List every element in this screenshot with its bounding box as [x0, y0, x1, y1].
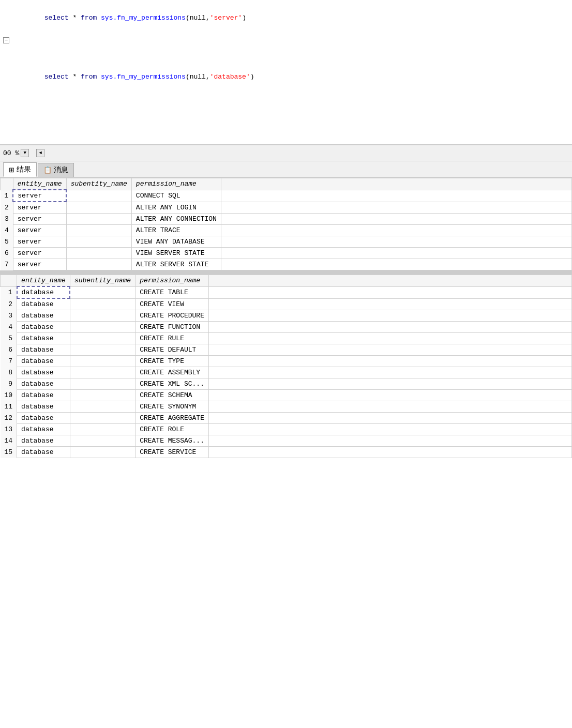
- zoom-dropdown-button[interactable]: ▼: [21, 149, 29, 157]
- table-row[interactable]: 5 database CREATE RULE: [1, 333, 572, 344]
- table-row[interactable]: 4 database CREATE FUNCTION: [1, 322, 572, 333]
- cell-entity-name[interactable]: database: [17, 367, 70, 378]
- cell-permission-name[interactable]: ALTER ANY CONNECTION: [131, 214, 221, 225]
- cell-permission-name[interactable]: CREATE DEFAULT: [136, 344, 209, 356]
- cell-entity-name[interactable]: database: [17, 401, 70, 413]
- cell-subentity-name[interactable]: [70, 435, 135, 447]
- cell-subentity-name[interactable]: [70, 333, 135, 344]
- cell-subentity-name[interactable]: [66, 214, 131, 225]
- table-row[interactable]: 5 server VIEW ANY DATABASE: [1, 236, 572, 248]
- cell-empty: [221, 202, 571, 214]
- cell-subentity-name[interactable]: [70, 286, 135, 298]
- cell-subentity-name[interactable]: [66, 236, 131, 248]
- collapse-button[interactable]: −: [3, 37, 9, 43]
- table-row[interactable]: 7 server ALTER SERVER STATE: [1, 259, 572, 270]
- cell-permission-name[interactable]: CREATE SYNONYM: [136, 401, 209, 413]
- cell-subentity-name[interactable]: [70, 390, 135, 401]
- table-row[interactable]: 7 database CREATE TYPE: [1, 356, 572, 367]
- cell-entity-name[interactable]: database: [17, 447, 70, 458]
- cell-subentity-name[interactable]: [66, 190, 131, 202]
- cell-permission-name[interactable]: VIEW ANY DATABASE: [131, 236, 221, 248]
- table-row[interactable]: 2 server ALTER ANY LOGIN: [1, 202, 572, 214]
- table-row[interactable]: 2 database CREATE VIEW: [1, 298, 572, 310]
- cell-permission-name[interactable]: CREATE SCHEMA: [136, 390, 209, 401]
- cell-subentity-name[interactable]: [70, 447, 135, 458]
- cell-subentity-name[interactable]: [66, 248, 131, 259]
- cell-permission-name[interactable]: CREATE AGGREGATE: [136, 413, 209, 424]
- cell-permission-name[interactable]: CREATE XML SC...: [136, 378, 209, 390]
- cell-entity-name[interactable]: server: [13, 202, 66, 214]
- cell-entity-name[interactable]: database: [17, 413, 70, 424]
- cell-entity-name[interactable]: server: [13, 225, 66, 236]
- cell-permission-name[interactable]: VIEW SERVER STATE: [131, 248, 221, 259]
- table-row[interactable]: 6 database CREATE DEFAULT: [1, 344, 572, 356]
- table-row[interactable]: 3 server ALTER ANY CONNECTION: [1, 214, 572, 225]
- result-set-1: entity_name subentity_name permission_na…: [0, 178, 572, 270]
- cell-subentity-name[interactable]: [70, 367, 135, 378]
- cell-entity-name[interactable]: server: [13, 236, 66, 248]
- line-content-1[interactable]: select * from sys.fn_my_permissions(null…: [18, 1, 572, 35]
- cell-entity-name[interactable]: server: [13, 190, 66, 202]
- cell-subentity-name[interactable]: [70, 298, 135, 310]
- table-row[interactable]: 9 database CREATE XML SC...: [1, 378, 572, 390]
- kw-from: from: [81, 14, 97, 22]
- cell-entity-name[interactable]: database: [17, 378, 70, 390]
- cell-permission-name[interactable]: CREATE MESSAG...: [136, 435, 209, 447]
- cell-permission-name[interactable]: ALTER SERVER STATE: [131, 259, 221, 270]
- table-row[interactable]: 4 server ALTER TRACE: [1, 225, 572, 236]
- tab-results[interactable]: ⊞ 结果: [3, 162, 37, 177]
- cell-subentity-name[interactable]: [70, 310, 135, 322]
- table-row[interactable]: 15 database CREATE SERVICE: [1, 447, 572, 458]
- cell-entity-name[interactable]: database: [17, 310, 70, 322]
- cell-entity-name[interactable]: database: [17, 333, 70, 344]
- cell-entity-name[interactable]: database: [17, 286, 70, 298]
- cell-entity-name[interactable]: server: [13, 259, 66, 270]
- cell-permission-name[interactable]: CREATE ROLE: [136, 424, 209, 435]
- cell-entity-name[interactable]: database: [17, 344, 70, 356]
- cell-permission-name[interactable]: ALTER ANY LOGIN: [131, 202, 221, 214]
- table-row[interactable]: 1 database CREATE TABLE: [1, 286, 572, 298]
- cell-subentity-name[interactable]: [70, 356, 135, 367]
- cell-subentity-name[interactable]: [70, 424, 135, 435]
- cell-permission-name[interactable]: CONNECT SQL: [131, 190, 221, 202]
- cell-permission-name[interactable]: CREATE FUNCTION: [136, 322, 209, 333]
- cell-permission-name[interactable]: CREATE ASSEMBLY: [136, 367, 209, 378]
- table-row[interactable]: 3 database CREATE PROCEDURE: [1, 310, 572, 322]
- table-row[interactable]: 11 database CREATE SYNONYM: [1, 401, 572, 413]
- table-row[interactable]: 8 database CREATE ASSEMBLY: [1, 367, 572, 378]
- cell-subentity-name[interactable]: [70, 344, 135, 356]
- cell-entity-name[interactable]: database: [17, 390, 70, 401]
- sql-editor[interactable]: select * from sys.fn_my_permissions(null…: [0, 0, 572, 145]
- cell-permission-name[interactable]: CREATE RULE: [136, 333, 209, 344]
- cell-entity-name[interactable]: database: [17, 435, 70, 447]
- scroll-left-button[interactable]: ◄: [36, 149, 44, 157]
- cell-permission-name[interactable]: ALTER TRACE: [131, 225, 221, 236]
- cell-permission-name[interactable]: CREATE SERVICE: [136, 447, 209, 458]
- cell-subentity-name[interactable]: [70, 401, 135, 413]
- str-database: 'database': [210, 73, 250, 81]
- cell-subentity-name[interactable]: [66, 259, 131, 270]
- cell-entity-name[interactable]: server: [13, 214, 66, 225]
- cell-entity-name[interactable]: server: [13, 248, 66, 259]
- cell-entity-name[interactable]: database: [17, 356, 70, 367]
- cell-permission-name[interactable]: CREATE TABLE: [136, 286, 209, 298]
- cell-subentity-name[interactable]: [70, 378, 135, 390]
- cell-subentity-name[interactable]: [70, 413, 135, 424]
- tab-messages[interactable]: 📋 消息: [38, 163, 74, 177]
- table-row[interactable]: 12 database CREATE AGGREGATE: [1, 413, 572, 424]
- table-row[interactable]: 13 database CREATE ROLE: [1, 424, 572, 435]
- table-row[interactable]: 14 database CREATE MESSAG...: [1, 435, 572, 447]
- table-row[interactable]: 1 server CONNECT SQL: [1, 190, 572, 202]
- cell-permission-name[interactable]: CREATE PROCEDURE: [136, 310, 209, 322]
- cell-entity-name[interactable]: database: [17, 298, 70, 310]
- cell-permission-name[interactable]: CREATE TYPE: [136, 356, 209, 367]
- cell-subentity-name[interactable]: [66, 225, 131, 236]
- cell-subentity-name[interactable]: [70, 322, 135, 333]
- table-row[interactable]: 10 database CREATE SCHEMA: [1, 390, 572, 401]
- table-row[interactable]: 6 server VIEW SERVER STATE: [1, 248, 572, 259]
- cell-subentity-name[interactable]: [66, 202, 131, 214]
- cell-permission-name[interactable]: CREATE VIEW: [136, 298, 209, 310]
- line-content-4[interactable]: select * from sys.fn_my_permissions(null…: [18, 60, 572, 94]
- cell-entity-name[interactable]: database: [17, 322, 70, 333]
- cell-entity-name[interactable]: database: [17, 424, 70, 435]
